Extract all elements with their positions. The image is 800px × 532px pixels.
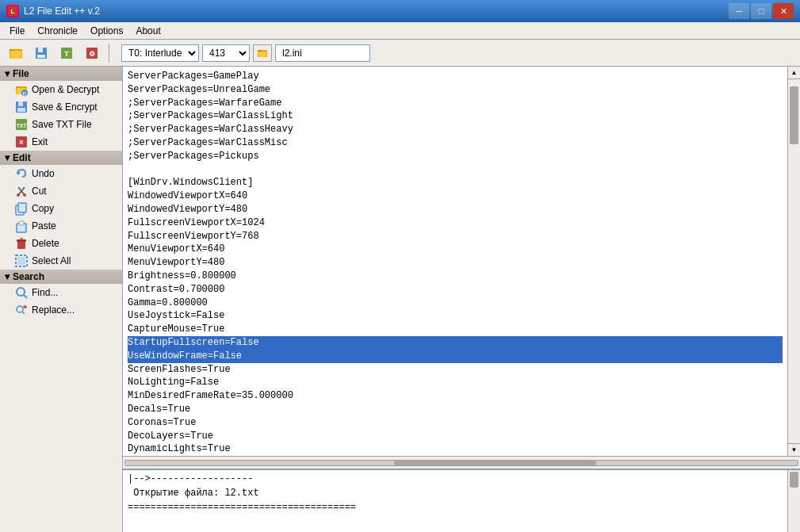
svg-point-31 bbox=[23, 193, 26, 197]
sidebar-item-replace[interactable]: Replace... bbox=[0, 301, 122, 319]
sidebar-item-select-all[interactable]: Select All bbox=[0, 252, 122, 270]
sidebar-section-edit[interactable]: ▾ Edit bbox=[0, 151, 122, 165]
browse-button[interactable] bbox=[253, 44, 272, 62]
h-scroll-track[interactable] bbox=[124, 460, 798, 466]
svg-rect-7 bbox=[37, 55, 45, 58]
menu-chronicle[interactable]: Chronicle bbox=[31, 24, 84, 38]
svg-line-42 bbox=[24, 295, 27, 298]
log-content: |-->------------------ Открытие файла: l… bbox=[123, 470, 800, 516]
svg-rect-35 bbox=[19, 221, 24, 225]
vscroll-thumb[interactable] bbox=[790, 86, 798, 145]
editor-content[interactable]: ServerPackages=GamePlayServerPackages=Un… bbox=[123, 67, 787, 456]
sidebar-delete-label: Delete bbox=[32, 238, 59, 249]
svg-text:⚙: ⚙ bbox=[89, 50, 95, 58]
toolbar-save-button[interactable] bbox=[30, 42, 52, 64]
editor-container[interactable]: ServerPackages=GamePlayServerPackages=Un… bbox=[123, 67, 787, 456]
paste-icon bbox=[14, 219, 29, 233]
toolbar-open-button[interactable] bbox=[5, 42, 27, 64]
sidebar-search-arrow: ▾ bbox=[5, 271, 10, 282]
sidebar-item-cut[interactable]: Cut bbox=[0, 182, 122, 200]
svg-rect-36 bbox=[17, 241, 25, 249]
sidebar-section-search[interactable]: ▾ Search bbox=[0, 270, 122, 284]
sidebar-replace-label: Replace... bbox=[32, 304, 75, 316]
menu-file[interactable]: File bbox=[3, 24, 31, 38]
title-controls: ─ □ ✕ bbox=[729, 3, 794, 19]
toolbar-export-button[interactable]: T bbox=[56, 42, 78, 64]
content-area: ServerPackages=GamePlayServerPackages=Un… bbox=[123, 67, 800, 532]
toolbar: T ⚙ T0: Interlude T1: Kamael 413 412 l2.… bbox=[0, 40, 800, 67]
open-decrypt-icon: D bbox=[14, 82, 29, 97]
h-scrollbar[interactable] bbox=[123, 456, 800, 469]
sidebar-edit-label: Edit bbox=[13, 152, 31, 163]
sidebar-file-label: File bbox=[13, 68, 29, 79]
svg-point-43 bbox=[17, 306, 23, 312]
svg-rect-14 bbox=[258, 52, 266, 57]
maximize-button[interactable]: □ bbox=[751, 3, 771, 19]
sidebar-edit-arrow: ▾ bbox=[5, 152, 10, 163]
sidebar-item-save-encrypt[interactable]: Save & Encrypt bbox=[0, 98, 122, 116]
minimize-button[interactable]: ─ bbox=[729, 3, 749, 19]
sidebar-file-arrow: ▾ bbox=[5, 68, 10, 79]
editor-scroll[interactable]: ServerPackages=GamePlayServerPackages=Un… bbox=[123, 67, 787, 456]
toolbar-settings-button[interactable]: ⚙ bbox=[81, 42, 103, 64]
sidebar-save-encrypt-label: Save & Encrypt bbox=[32, 101, 98, 113]
save-txt-icon: TXT bbox=[14, 117, 29, 132]
sidebar-exit-label: Exit bbox=[32, 136, 48, 147]
log-scroll-thumb[interactable] bbox=[790, 472, 798, 488]
vscroll-down-button[interactable]: ▼ bbox=[788, 443, 800, 456]
sidebar-cut-label: Cut bbox=[32, 186, 47, 197]
log-scrollbar[interactable] bbox=[787, 470, 800, 532]
sidebar-item-undo[interactable]: Undo bbox=[0, 165, 122, 182]
svg-rect-40 bbox=[17, 257, 25, 265]
menu-options[interactable]: Options bbox=[84, 24, 129, 38]
sidebar-item-paste[interactable]: Paste bbox=[0, 217, 122, 235]
svg-rect-38 bbox=[20, 238, 23, 240]
sidebar-item-copy[interactable]: Copy bbox=[0, 200, 122, 217]
log-panel: |-->------------------ Открытие файла: l… bbox=[123, 469, 800, 532]
copy-icon bbox=[14, 201, 29, 216]
sidebar-open-decrypt-label: Open & Decrypt bbox=[32, 84, 99, 95]
editor-vscroll[interactable]: ▲ ▼ bbox=[787, 67, 800, 456]
version-dropdown[interactable]: 413 412 bbox=[202, 44, 250, 62]
main-area: ▾ File D Open & Decrypt bbox=[0, 67, 800, 532]
file-selector: T0: Interlude T1: Kamael 413 412 l2.ini bbox=[121, 44, 370, 62]
undo-icon bbox=[14, 166, 29, 181]
title-left: L L2 File Edit ++ v.2 bbox=[6, 5, 100, 17]
title-bar: L L2 File Edit ++ v.2 ─ □ ✕ bbox=[0, 0, 800, 22]
sidebar-search-label: Search bbox=[13, 271, 44, 282]
exit-icon: × bbox=[14, 135, 29, 149]
svg-rect-6 bbox=[38, 48, 43, 52]
sidebar-copy-label: Copy bbox=[32, 203, 54, 214]
save-encrypt-icon bbox=[14, 100, 29, 114]
svg-point-30 bbox=[17, 193, 20, 197]
vscroll-up-button[interactable]: ▲ bbox=[788, 67, 800, 79]
file-type-dropdown[interactable]: T0: Interlude T1: Kamael bbox=[121, 44, 199, 62]
svg-line-44 bbox=[22, 312, 25, 314]
sidebar-item-save-txt[interactable]: TXT Save TXT File bbox=[0, 116, 122, 133]
find-icon bbox=[14, 285, 29, 300]
sidebar-save-txt-label: Save TXT File bbox=[32, 119, 92, 130]
sidebar: ▾ File D Open & Decrypt bbox=[0, 67, 123, 532]
sidebar-paste-label: Paste bbox=[32, 220, 56, 232]
svg-text:×: × bbox=[19, 138, 24, 147]
file-label: l2.ini bbox=[275, 44, 370, 62]
sidebar-item-find[interactable]: Find... bbox=[0, 284, 122, 301]
sidebar-section-file[interactable]: ▾ File bbox=[0, 67, 122, 81]
sidebar-item-exit[interactable]: × Exit bbox=[0, 133, 122, 151]
close-button[interactable]: ✕ bbox=[773, 3, 794, 19]
svg-text:TXT: TXT bbox=[16, 123, 27, 128]
svg-rect-4 bbox=[10, 51, 21, 59]
svg-text:L: L bbox=[11, 8, 15, 15]
menu-about[interactable]: About bbox=[129, 24, 167, 38]
toolbar-separator bbox=[109, 44, 109, 63]
menu-bar: File Chronicle Options About bbox=[0, 22, 800, 40]
svg-rect-33 bbox=[18, 203, 26, 212]
svg-text:D: D bbox=[23, 91, 27, 96]
select-all-icon bbox=[14, 254, 29, 268]
sidebar-item-open-decrypt[interactable]: D Open & Decrypt bbox=[0, 81, 122, 98]
h-scroll-thumb[interactable] bbox=[394, 461, 595, 465]
delete-icon bbox=[14, 236, 29, 251]
cut-icon bbox=[14, 184, 29, 198]
svg-point-41 bbox=[17, 288, 25, 296]
sidebar-item-delete[interactable]: Delete bbox=[0, 235, 122, 252]
